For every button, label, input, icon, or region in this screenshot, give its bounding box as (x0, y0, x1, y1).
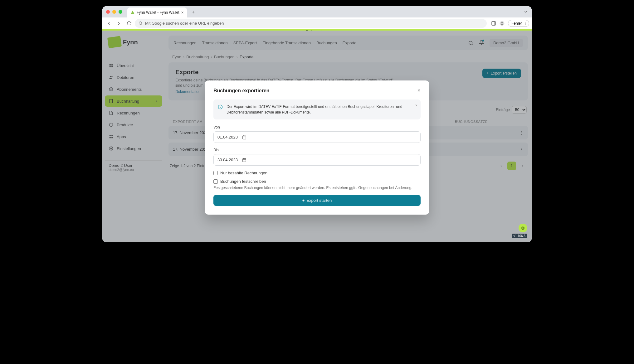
svg-rect-2 (492, 22, 495, 25)
bug-report-button[interactable] (519, 224, 527, 232)
address-placeholder: Mit Google suchen oder eine URL eingeben (145, 21, 224, 26)
search-icon (139, 21, 143, 25)
svg-line-1 (141, 24, 142, 25)
finalize-checkbox-row[interactable]: Buchungen festschreiben (213, 179, 421, 184)
modal-header: Buchungen exportieren × (213, 87, 421, 94)
calendar-icon (242, 135, 246, 139)
to-date-value: 30.04.2023 (217, 158, 238, 162)
info-icon (218, 104, 223, 111)
from-date-input[interactable]: 01.04.2023 (213, 131, 421, 143)
profile-icon[interactable] (499, 21, 505, 26)
bug-icon (521, 226, 525, 230)
panel-toggle-icon[interactable] (491, 21, 496, 26)
only-paid-checkbox[interactable] (213, 171, 218, 175)
only-paid-checkbox-row[interactable]: Nur bezahlte Rechnungen (213, 171, 421, 175)
svg-point-8 (525, 24, 525, 25)
finalize-checkbox[interactable] (213, 179, 218, 184)
to-date-input[interactable]: 30.04.2023 (213, 154, 421, 166)
svg-rect-31 (243, 136, 246, 139)
modal-title: Buchungen exportieren (213, 88, 270, 94)
calendar-icon (242, 158, 246, 162)
from-date-value: 01.04.2023 (217, 135, 238, 139)
browser-tab[interactable]: Fynn Wallet - Fynn Wallet × (127, 7, 187, 17)
svg-point-0 (139, 22, 142, 25)
browser-tab-strip: Fynn Wallet - Fynn Wallet × + (102, 6, 532, 17)
export-modal: Buchungen exportieren × Der Export wird … (205, 80, 429, 215)
minimize-window-button[interactable] (112, 10, 116, 14)
svg-point-5 (501, 22, 503, 23)
finalize-help-text: Festgeschriebene Buchungen können nicht … (213, 186, 421, 190)
finalize-label: Buchungen festschreiben (220, 179, 266, 184)
plus-icon: + (302, 198, 305, 203)
toolbar-right: Fehler (491, 20, 529, 27)
close-window-button[interactable] (106, 10, 110, 14)
modal-close-button[interactable]: × (417, 87, 421, 94)
new-tab-button[interactable]: + (192, 9, 195, 15)
window: Fynn Wallet - Fynn Wallet × + Mit Google… (102, 6, 532, 242)
show-all-tabs-button[interactable] (524, 10, 528, 14)
close-tab-button[interactable]: × (181, 10, 183, 15)
info-banner: Der Export wird im DATEV-ExTIF-Format be… (213, 99, 421, 119)
error-indicator-button[interactable]: Fehler (508, 20, 529, 27)
only-paid-label: Nur bezahlte Rechnungen (220, 171, 267, 175)
address-bar[interactable]: Mit Google suchen oder eine URL eingeben (135, 19, 487, 28)
svg-rect-35 (243, 158, 246, 162)
maximize-window-button[interactable] (119, 10, 122, 14)
start-export-label: Export starten (306, 198, 332, 203)
error-label: Fehler (511, 21, 522, 26)
svg-point-7 (525, 23, 525, 24)
version-text: v1.106.6 (512, 234, 527, 238)
tab-favicon-icon (130, 10, 135, 15)
forward-button[interactable] (115, 19, 123, 27)
start-export-button[interactable]: + Export starten (213, 195, 421, 206)
back-button[interactable] (105, 19, 113, 27)
modal-overlay[interactable]: Buchungen exportieren × Der Export wird … (102, 31, 532, 242)
version-badge: v1.106.6 (512, 224, 527, 238)
to-label: Bis (213, 148, 421, 152)
info-close-button[interactable]: × (415, 103, 417, 108)
kebab-icon (523, 22, 527, 25)
reload-button[interactable] (125, 19, 133, 27)
browser-toolbar: Mit Google suchen oder eine URL eingeben… (102, 17, 532, 29)
browser-tab-title: Fynn Wallet - Fynn Wallet (137, 10, 179, 15)
svg-point-6 (525, 22, 525, 22)
app-body: Fynn Übersicht Debitoren Abonnements Bu (102, 31, 532, 242)
info-text: Der Export wird im DATEV-ExTIF-Format be… (227, 104, 416, 115)
traffic-lights (106, 10, 122, 14)
from-label: Von (213, 125, 421, 129)
svg-rect-39 (522, 227, 524, 230)
